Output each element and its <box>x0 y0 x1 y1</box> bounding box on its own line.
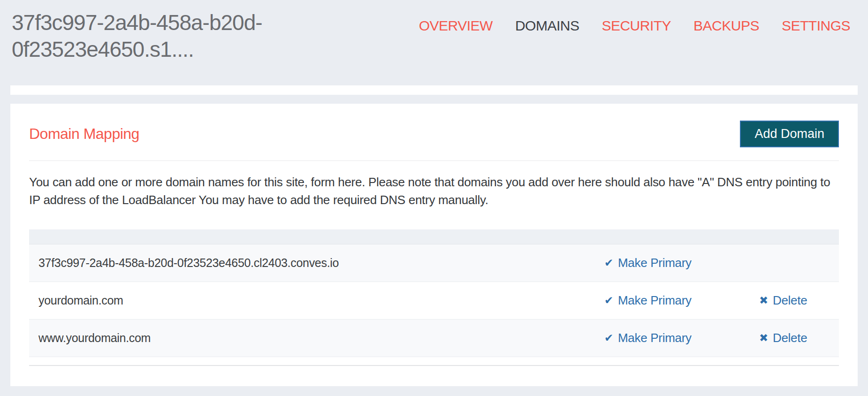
make-primary-label: Make Primary <box>618 293 692 308</box>
make-primary-link[interactable]: ✔ Make Primary <box>604 293 692 308</box>
domain-name: 37f3c997-2a4b-458a-b20d-0f23523e4650.cl2… <box>29 256 604 270</box>
table-row: yourdomain.com ✔ Make Primary ✖ Delete <box>29 282 839 320</box>
check-icon: ✔ <box>604 333 613 343</box>
check-icon: ✔ <box>604 295 613 306</box>
table-header <box>29 229 839 244</box>
make-primary-label: Make Primary <box>618 256 692 270</box>
domains-table: 37f3c997-2a4b-458a-b20d-0f23523e4650.cl2… <box>29 229 839 357</box>
table-row: www.yourdomain.com ✔ Make Primary ✖ Dele… <box>29 320 839 357</box>
top-nav: OVERVIEW DOMAINS SECURITY BACKUPS SETTIN… <box>419 18 850 34</box>
make-primary-link[interactable]: ✔ Make Primary <box>604 256 692 270</box>
make-primary-link[interactable]: ✔ Make Primary <box>604 331 692 345</box>
domain-name: www.yourdomain.com <box>29 331 604 345</box>
tab-domains[interactable]: DOMAINS <box>515 18 579 34</box>
header-strip <box>10 85 858 95</box>
domain-mapping-card: Domain Mapping Add Domain You can add on… <box>10 104 858 386</box>
site-header: 37f3c997-2a4b-458a-b20d-0f23523e4650.s1.… <box>0 0 868 85</box>
card-title: Domain Mapping <box>29 125 139 143</box>
tab-settings[interactable]: SETTINGS <box>782 18 850 34</box>
domain-name: yourdomain.com <box>29 294 604 307</box>
delete-link[interactable]: ✖ Delete <box>759 293 807 308</box>
description-text: You can add one or more domain names for… <box>29 173 839 209</box>
add-domain-button[interactable]: Add Domain <box>740 121 839 147</box>
tab-backups[interactable]: BACKUPS <box>693 18 759 34</box>
make-primary-label: Make Primary <box>618 331 692 345</box>
header-divider <box>29 160 839 161</box>
delete-label: Delete <box>773 293 807 308</box>
tab-overview[interactable]: OVERVIEW <box>419 18 493 34</box>
page-title: 37f3c997-2a4b-458a-b20d-0f23523e4650.s1.… <box>12 9 317 63</box>
card-header: Domain Mapping Add Domain <box>29 121 839 147</box>
table-row: 37f3c997-2a4b-458a-b20d-0f23523e4650.cl2… <box>29 244 839 282</box>
bottom-divider <box>29 365 839 366</box>
x-icon: ✖ <box>759 295 768 306</box>
delete-label: Delete <box>773 331 807 345</box>
x-icon: ✖ <box>759 333 768 343</box>
tab-security[interactable]: SECURITY <box>602 18 671 34</box>
check-icon: ✔ <box>604 258 613 268</box>
delete-link[interactable]: ✖ Delete <box>759 331 807 345</box>
